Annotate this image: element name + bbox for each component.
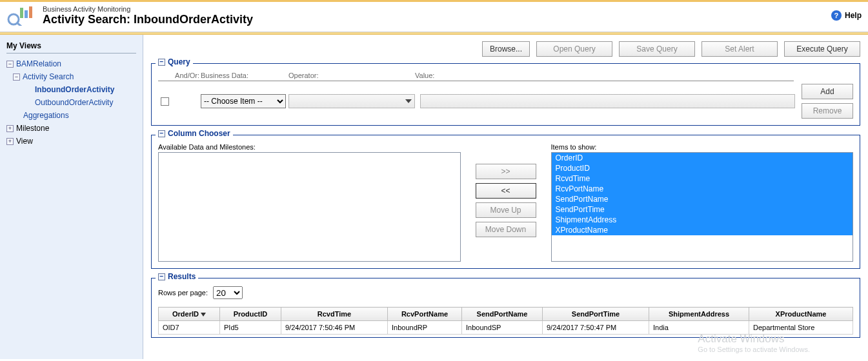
chooser-legend: Column Chooser [168,129,230,138]
table-cell: InboundRP [388,321,462,335]
sort-desc-icon [201,313,206,317]
table-cell: OID7 [159,321,220,335]
query-label-biz: Business Data: [201,72,288,79]
column-header[interactable]: ShipmentAddress [649,307,749,321]
items-to-show-label: Items to show: [551,143,854,151]
results-table: OrderIDProductIDRcvdTimeRcvPortNameSendP… [158,307,853,335]
header-subtitle: Business Activity Monitoring [43,5,253,13]
help-label: Help [845,11,862,20]
list-item[interactable]: OrderID [552,153,853,163]
move-right-button[interactable]: >> [476,164,536,179]
table-cell: InboundSP [462,321,543,335]
list-item[interactable]: RcvdTime [552,173,853,184]
query-label-andor: And/Or: [158,72,201,79]
column-header[interactable]: RcvdTime [281,307,388,321]
column-header[interactable]: RcvPortName [388,307,462,321]
expander-icon[interactable]: + [6,138,14,145]
sidebar-heading: My Views [6,41,136,50]
table-cell: 9/24/2017 7:50:47 PM [543,321,649,335]
list-item[interactable]: ShipmentAddress [552,215,853,225]
query-section: −Query And/Or: Business Data: Operator: … [151,63,860,126]
table-cell: Departmental Store [749,321,853,335]
move-up-button[interactable]: Move Up [476,202,536,218]
column-header[interactable]: SendPortTime [543,307,649,321]
move-down-button[interactable]: Move Down [476,222,536,237]
collapse-icon[interactable]: − [158,273,165,280]
page-title: Activity Search: InboundOrderActivity [43,13,253,26]
column-chooser-section: −Column Chooser Available Data and Miles… [151,135,860,269]
tree-bamrelation[interactable]: BAMRelation [16,57,61,70]
column-header[interactable]: SendPortName [462,307,543,321]
app-logo-icon [6,5,34,26]
query-row-checkbox[interactable] [161,97,169,106]
list-item[interactable]: SendPortName [552,194,853,204]
expander-icon[interactable]: + [6,125,14,132]
table-row[interactable]: OID7PId59/24/2017 7:50:46 PMInboundRPInb… [159,321,853,335]
table-cell: India [649,321,749,335]
expander-icon[interactable]: − [6,61,14,68]
column-header[interactable]: OrderID [159,307,220,321]
tree-aggregations[interactable]: Aggregations [23,109,69,122]
tree-inbound-order-activity[interactable]: InboundOrderActivity [35,83,114,96]
table-cell: 9/24/2017 7:50:46 PM [281,321,388,335]
svg-line-1 [17,23,21,26]
table-cell: PId5 [220,321,281,335]
open-query-button[interactable]: Open Query [536,41,612,57]
set-alert-button[interactable]: Set Alert [701,41,778,57]
list-item[interactable]: XProductName [552,225,853,235]
list-item[interactable]: RcvPortName [552,184,853,194]
query-legend: Query [168,57,190,66]
operator-select[interactable] [288,94,415,108]
tree-activity-search[interactable]: Activity Search [23,70,74,83]
rows-per-page-select[interactable]: 20 [213,286,243,299]
items-to-show-listbox[interactable]: OrderIDProductIDRcvdTimeRcvPortNameSendP… [551,152,854,262]
move-left-button[interactable]: << [476,183,536,199]
chevron-down-icon [405,99,412,103]
results-legend: Results [168,272,196,281]
column-header[interactable]: XProductName [749,307,853,321]
tree-outbound-order-activity[interactable]: OutboundOrderActivity [35,96,113,109]
collapse-icon[interactable]: − [158,130,165,137]
remove-button[interactable]: Remove [802,103,853,119]
results-section: −Results Rows per page: 20 OrderIDProduc… [151,278,860,338]
rows-per-page-label: Rows per page: [158,289,208,297]
svg-rect-3 [25,10,28,18]
expander-icon[interactable]: − [13,73,20,81]
tree-view[interactable]: View [16,135,33,148]
query-label-op: Operator: [288,72,415,79]
available-listbox[interactable] [158,152,461,262]
collapse-icon[interactable]: − [158,59,165,66]
help-link[interactable]: ? Help [831,10,862,21]
list-item[interactable]: SendPortTime [552,204,853,215]
business-data-select[interactable]: -- Choose Item -- [201,94,286,108]
save-query-button[interactable]: Save Query [619,41,695,57]
add-button[interactable]: Add [802,84,853,99]
help-icon: ? [831,10,842,21]
tree-milestone[interactable]: Milestone [16,122,49,135]
query-label-val: Value: [415,72,794,79]
sidebar: My Views −BAMRelation −Activity Search I… [0,35,143,359]
available-label: Available Data and Milestones: [158,143,461,151]
toolbar: Browse... Open Query Save Query Set Aler… [151,41,860,57]
browse-button[interactable]: Browse... [482,41,530,57]
column-header[interactable]: ProductID [220,307,281,321]
value-input[interactable] [420,94,795,108]
execute-query-button[interactable]: Execute Query [784,41,860,57]
svg-rect-4 [29,6,32,18]
svg-rect-2 [20,8,23,18]
list-item[interactable]: ProductID [552,163,853,173]
